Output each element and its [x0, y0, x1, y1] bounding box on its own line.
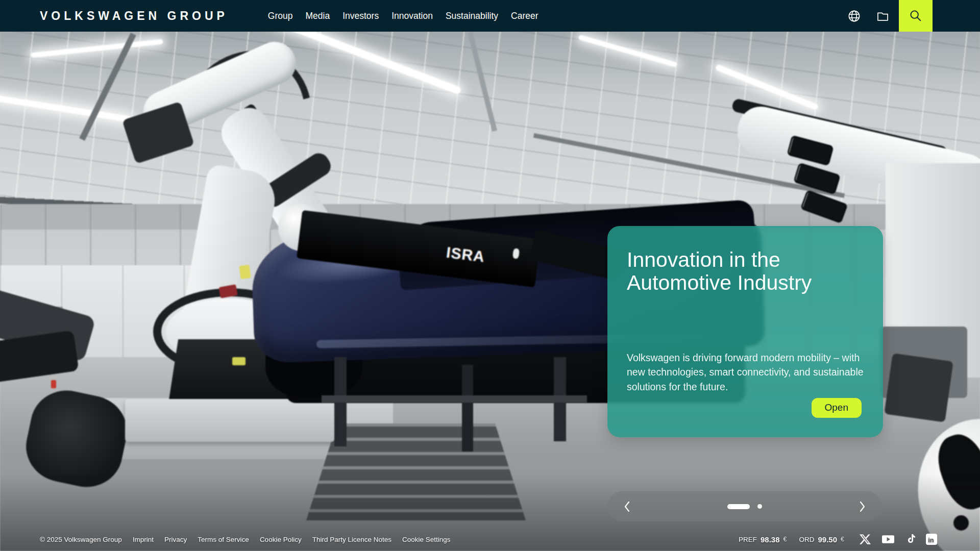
- ceiling-beam: [0, 196, 250, 216]
- chevron-right-icon: [857, 500, 867, 513]
- carousel-indicator-active[interactable]: [727, 504, 750, 509]
- volkswagen-group-homepage: 07 07: [0, 0, 980, 551]
- conveyor-track: [306, 423, 526, 520]
- robot-left-upper-arm: [136, 35, 303, 141]
- wall-marking: 07: [40, 302, 64, 327]
- wall-marking: 07: [3, 300, 27, 324]
- lift-post: [554, 357, 566, 441]
- footer-bar: © 2025 Volkswagen Group Imprint Privacy …: [0, 528, 980, 551]
- robot-right-rail: [731, 98, 948, 160]
- robot-base-cone: [168, 339, 291, 403]
- volkswagen-group-logo[interactable]: VOLKSWAGEN GROUP: [40, 9, 228, 23]
- linkedin-icon[interactable]: in: [926, 534, 937, 545]
- carousel-indicators: [607, 491, 882, 521]
- footer-link-imprint[interactable]: Imprint: [133, 536, 154, 543]
- red-clamp: [264, 317, 282, 331]
- stock-ticker-ord[interactable]: ORD 99.50 €: [799, 535, 845, 544]
- youtube-icon[interactable]: [881, 534, 895, 544]
- robot-left-rail: [241, 103, 370, 290]
- ceiling-beam: [533, 133, 845, 198]
- search-icon: [909, 9, 923, 23]
- copyright-text: © 2025 Volkswagen Group: [40, 536, 122, 543]
- footer-links: © 2025 Volkswagen Group Imprint Privacy …: [40, 536, 451, 543]
- indicator-lamp: [51, 380, 56, 388]
- carousel-next-button[interactable]: [854, 499, 870, 514]
- robot-left-mast: [180, 163, 279, 341]
- machinery-block: [884, 353, 953, 422]
- ord-value: 99.50: [818, 535, 838, 544]
- slide-title: Innovation in the Automotive Industry: [627, 248, 864, 294]
- lift-post: [334, 357, 347, 446]
- nav-item-media[interactable]: Media: [306, 11, 330, 21]
- wall-cabinets: [0, 265, 286, 375]
- ceiling-light-strip: [31, 39, 163, 58]
- social-links: in: [860, 534, 937, 545]
- sensor-lens: [512, 248, 520, 259]
- footer-link-privacy[interactable]: Privacy: [164, 536, 187, 543]
- nav-item-sustainability[interactable]: Sustainability: [446, 11, 498, 21]
- isra-equipment-label: ISRA: [446, 243, 486, 265]
- ceiling: [0, 0, 980, 219]
- nav-item-career[interactable]: Career: [511, 11, 538, 21]
- footer-right: PREF 98.38 € ORD 99.50 € i: [739, 534, 937, 545]
- robot-right-paddle: [793, 162, 841, 194]
- ord-currency: €: [841, 536, 844, 543]
- robot-left-head: [122, 102, 194, 164]
- svg-text:in: in: [928, 536, 934, 544]
- car-wheel-arch: [265, 321, 362, 398]
- header-actions: [842, 0, 933, 32]
- car-highlight: [274, 228, 446, 292]
- language-button[interactable]: [842, 0, 866, 32]
- tiktok-icon[interactable]: [905, 534, 915, 545]
- open-button[interactable]: Open: [812, 398, 862, 418]
- robot-base-plinth: [125, 399, 334, 442]
- robot-right-paddle: [800, 190, 848, 224]
- ceiling-beam: [79, 33, 136, 141]
- ord-label: ORD: [799, 536, 815, 543]
- ceiling-light-strip: [0, 93, 132, 123]
- foreground-machine: [0, 286, 96, 362]
- x-twitter-icon[interactable]: [860, 534, 871, 545]
- right-wall-panel: [886, 163, 980, 378]
- documents-button[interactable]: [870, 0, 895, 32]
- pref-label: PREF: [739, 536, 757, 543]
- robot-cable-arc: [153, 27, 337, 218]
- nav-item-group[interactable]: Group: [268, 11, 293, 21]
- chevron-left-icon: [622, 500, 632, 513]
- ceiling-light-strip: [715, 64, 819, 111]
- footer-link-terms[interactable]: Terms of Service: [198, 536, 249, 543]
- hero-carousel-controls: [607, 491, 882, 521]
- robot-platform: [66, 398, 393, 459]
- red-clamp: [218, 284, 237, 298]
- cable-bundle: [19, 384, 133, 494]
- blue-panel: [286, 283, 304, 339]
- robot-right-arm: [733, 102, 980, 207]
- robot-left-band: [258, 149, 335, 211]
- nav-item-innovation[interactable]: Innovation: [391, 11, 433, 21]
- machinery-block: [880, 327, 967, 398]
- isra-sensor-unit: ISRA: [297, 210, 541, 288]
- robot-base-cable-ring: [153, 288, 306, 375]
- pref-currency: €: [783, 536, 787, 543]
- stock-ticker-pref[interactable]: PREF 98.38 €: [739, 535, 787, 544]
- search-button[interactable]: [899, 0, 933, 32]
- slide-description: Volkswagen is driving forward modern mob…: [627, 350, 864, 394]
- robot-right-paddle: [787, 135, 834, 166]
- carousel-indicator[interactable]: [757, 504, 762, 509]
- main-nav: Group Media Investors Innovation Sustain…: [268, 11, 538, 21]
- robot-wrist: [278, 204, 325, 251]
- footer-link-cookie-policy[interactable]: Cookie Policy: [260, 536, 302, 543]
- robot-left-forearm: [214, 100, 366, 298]
- lift-beam: [322, 395, 587, 403]
- ceiling-light-strip: [578, 35, 677, 68]
- footer-link-licence-notes[interactable]: Third Party Licence Notes: [312, 536, 391, 543]
- ceiling-beam: [468, 32, 497, 132]
- nav-item-investors[interactable]: Investors: [342, 11, 379, 21]
- carousel-prev-button[interactable]: [620, 499, 635, 514]
- warning-label: [239, 265, 251, 280]
- globe-icon: [847, 9, 861, 23]
- robot-shoulder-slot: [930, 428, 980, 516]
- folder-icon: [876, 9, 890, 23]
- footer-link-cookie-settings[interactable]: Cookie Settings: [402, 536, 451, 543]
- warning-label: [232, 357, 246, 365]
